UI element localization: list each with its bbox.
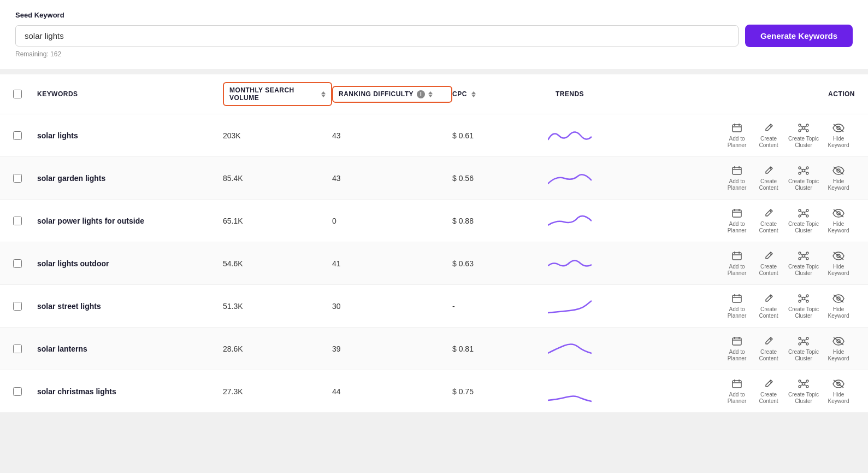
hide-keyword-label: HideKeyword bbox=[828, 178, 849, 191]
svg-line-108 bbox=[801, 385, 803, 386]
edit-icon bbox=[763, 293, 775, 305]
select-all-checkbox-cell[interactable] bbox=[13, 90, 37, 98]
svg-point-37 bbox=[802, 212, 805, 215]
svg-line-42 bbox=[801, 212, 803, 213]
svg-rect-32 bbox=[733, 210, 741, 217]
difficulty-cell: 41 bbox=[332, 259, 452, 268]
create-topic-cluster-button[interactable]: Create TopicCluster bbox=[788, 378, 819, 405]
sort-difficulty-icon[interactable] bbox=[428, 91, 433, 97]
hide-icon bbox=[832, 293, 845, 305]
hide-keyword-button[interactable]: HideKeyword bbox=[826, 165, 851, 191]
seed-keyword-section: Seed Keyword Generate Keywords Remaining… bbox=[0, 0, 868, 69]
svg-line-60 bbox=[801, 257, 803, 258]
add-to-planner-button[interactable]: Add toPlanner bbox=[725, 293, 749, 319]
svg-line-26 bbox=[801, 169, 803, 170]
add-to-planner-button[interactable]: Add toPlanner bbox=[725, 335, 749, 362]
create-content-button[interactable]: CreateContent bbox=[757, 207, 781, 234]
hide-keyword-button[interactable]: HideKeyword bbox=[826, 293, 851, 319]
create-topic-cluster-button[interactable]: Create TopicCluster bbox=[788, 293, 819, 319]
cluster-icon bbox=[798, 293, 810, 305]
calendar-icon bbox=[731, 122, 743, 134]
sort-cpc-icon[interactable] bbox=[471, 91, 476, 97]
row-checkbox-cell[interactable] bbox=[13, 259, 37, 268]
row-checkbox-cell[interactable] bbox=[13, 217, 37, 225]
svg-line-93 bbox=[805, 342, 807, 343]
keywords-table: KEYWORDS MONTHLY SEARCH VOLUME RANKING D… bbox=[0, 74, 868, 413]
hide-keyword-button[interactable]: HideKeyword bbox=[826, 122, 851, 149]
seed-keyword-input[interactable] bbox=[15, 25, 739, 46]
create-content-button[interactable]: CreateContent bbox=[757, 378, 781, 405]
volume-cell: 51.3K bbox=[223, 302, 332, 311]
create-topic-cluster-button[interactable]: Create TopicCluster bbox=[788, 122, 819, 149]
row-checkbox-cell[interactable] bbox=[13, 387, 37, 396]
select-all-checkbox[interactable] bbox=[13, 90, 22, 98]
cluster-icon bbox=[798, 378, 810, 390]
seed-input-row: Generate Keywords bbox=[15, 25, 853, 47]
create-topic-cluster-button[interactable]: Create TopicCluster bbox=[788, 335, 819, 362]
keyword-cell: solar garden lights bbox=[37, 174, 223, 183]
cluster-icon bbox=[798, 207, 810, 219]
svg-point-103 bbox=[806, 380, 808, 382]
create-content-button[interactable]: CreateContent bbox=[757, 335, 781, 362]
cpc-cell: $ 0.56 bbox=[452, 174, 523, 183]
row-checkbox[interactable] bbox=[13, 174, 22, 183]
row-checkbox-cell[interactable] bbox=[13, 174, 37, 183]
row-checkbox[interactable] bbox=[13, 259, 22, 268]
create-content-button[interactable]: CreateContent bbox=[757, 250, 781, 277]
cpc-cell: $ 0.81 bbox=[452, 344, 523, 353]
col-action: ACTION bbox=[616, 90, 855, 98]
create-content-button[interactable]: CreateContent bbox=[757, 293, 781, 319]
trend-chart bbox=[548, 295, 592, 317]
svg-point-7 bbox=[806, 124, 808, 126]
svg-line-75 bbox=[805, 297, 807, 298]
svg-point-9 bbox=[806, 130, 808, 132]
svg-point-54 bbox=[799, 252, 801, 254]
cpc-cell: $ 0.88 bbox=[452, 217, 523, 225]
svg-point-53 bbox=[802, 255, 805, 258]
row-checkbox[interactable] bbox=[13, 344, 22, 353]
hide-keyword-button[interactable]: HideKeyword bbox=[826, 378, 851, 405]
generate-keywords-button[interactable]: Generate Keywords bbox=[745, 25, 853, 47]
add-to-planner-button[interactable]: Add toPlanner bbox=[725, 122, 749, 149]
cpc-cell: - bbox=[452, 302, 523, 311]
svg-point-86 bbox=[799, 337, 801, 340]
calendar-icon bbox=[731, 165, 743, 177]
trends-cell bbox=[523, 338, 616, 360]
hide-keyword-button[interactable]: HideKeyword bbox=[826, 335, 851, 362]
hide-keyword-label: HideKeyword bbox=[828, 221, 849, 234]
add-to-planner-button[interactable]: Add toPlanner bbox=[725, 207, 749, 234]
add-to-planner-button[interactable]: Add toPlanner bbox=[725, 165, 749, 191]
add-to-planner-button[interactable]: Add toPlanner bbox=[725, 378, 749, 405]
svg-rect-0 bbox=[733, 125, 741, 132]
create-topic-cluster-button[interactable]: Create TopicCluster bbox=[788, 250, 819, 277]
create-content-button[interactable]: CreateContent bbox=[757, 122, 781, 149]
svg-point-6 bbox=[799, 124, 801, 126]
volume-cell: 54.6K bbox=[223, 259, 332, 268]
add-to-planner-button[interactable]: Add toPlanner bbox=[725, 250, 749, 277]
cluster-icon bbox=[798, 250, 810, 262]
row-checkbox-cell[interactable] bbox=[13, 302, 37, 311]
row-checkbox-cell[interactable] bbox=[13, 131, 37, 140]
create-content-button[interactable]: CreateContent bbox=[757, 165, 781, 191]
svg-point-72 bbox=[799, 300, 801, 302]
create-topic-cluster-button[interactable]: Create TopicCluster bbox=[788, 207, 819, 234]
hide-icon bbox=[832, 335, 845, 347]
row-checkbox[interactable] bbox=[13, 387, 22, 396]
row-checkbox-cell[interactable] bbox=[13, 344, 37, 353]
create-topic-cluster-label: Create TopicCluster bbox=[788, 392, 819, 405]
seed-keyword-label: Seed Keyword bbox=[15, 11, 853, 19]
edit-icon bbox=[763, 122, 775, 134]
row-checkbox[interactable] bbox=[13, 302, 22, 311]
row-checkbox[interactable] bbox=[13, 217, 22, 225]
svg-line-45 bbox=[805, 214, 807, 215]
keyword-cell: solar lights outdoor bbox=[37, 259, 223, 268]
row-checkbox[interactable] bbox=[13, 131, 22, 140]
action-cell: Add toPlanner CreateContent Create Topic… bbox=[616, 335, 855, 362]
hide-keyword-button[interactable]: HideKeyword bbox=[826, 207, 851, 234]
svg-line-58 bbox=[801, 254, 803, 255]
create-topic-cluster-button[interactable]: Create TopicCluster bbox=[788, 165, 819, 191]
action-cell: Add toPlanner CreateContent Create Topic… bbox=[616, 250, 855, 277]
sort-volume-icon[interactable] bbox=[321, 91, 326, 97]
col-cpc: CPC bbox=[452, 90, 523, 98]
hide-keyword-button[interactable]: HideKeyword bbox=[826, 250, 851, 277]
